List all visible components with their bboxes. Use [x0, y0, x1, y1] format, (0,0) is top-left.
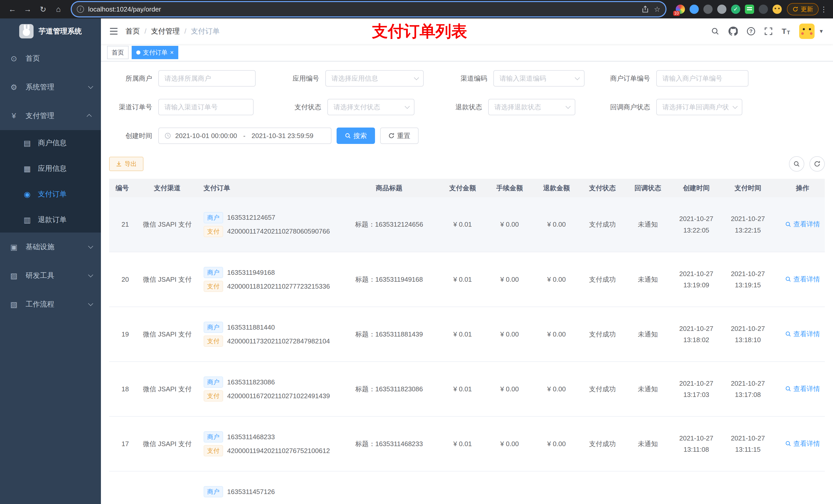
chevron-up-icon — [87, 114, 92, 119]
extension-icon-face[interactable] — [772, 5, 782, 14]
product-title-cell: 标题：1635311823086 — [339, 362, 439, 416]
fee-amount-cell: ¥ 0.00 — [486, 362, 533, 416]
channel-order-input[interactable]: 请输入渠道订单号 — [158, 99, 254, 115]
refresh-button[interactable] — [809, 156, 825, 172]
created-time-label: 创建时间 — [109, 131, 158, 140]
sidebar-item-app-info[interactable]: ▦ 应用信息 — [0, 156, 101, 181]
table-row: 17 微信 JSAPI 支付 商户1635311468233 支付4200001… — [109, 416, 825, 471]
date-start-value[interactable]: 2021-10-01 00:00:00 — [175, 132, 237, 140]
pay-amount-cell — [439, 471, 486, 504]
record-icon: ◉ — [23, 190, 32, 199]
reload-icon[interactable]: ↻ — [36, 2, 50, 16]
dashboard-icon: ⊙ — [9, 54, 19, 63]
back-icon[interactable]: ← — [5, 2, 20, 16]
tool-icon: ▨ — [9, 271, 19, 280]
home-icon[interactable]: ⌂ — [51, 2, 66, 16]
sidebar-item-workflow[interactable]: ▧ 工作流程 — [0, 290, 101, 318]
pay-status-select[interactable]: 请选择支付状态 — [327, 99, 414, 115]
share-icon[interactable] — [642, 6, 649, 13]
font-size-icon[interactable]: TT — [782, 27, 790, 35]
breadcrumb-home[interactable]: 首页 — [125, 26, 140, 36]
chevron-down-icon — [414, 75, 419, 80]
extension-icon-gray[interactable] — [717, 5, 727, 14]
caret-down-icon[interactable]: ▼ — [819, 28, 824, 34]
browser-update-button[interactable]: 更新 — [787, 3, 819, 15]
sidebar-item-payment[interactable]: ¥ 支付管理 — [0, 101, 101, 130]
fullscreen-icon[interactable] — [764, 27, 772, 35]
close-icon[interactable]: × — [170, 49, 174, 55]
channel-order-label: 渠道订单号 — [109, 103, 158, 112]
owner-input[interactable]: 请选择所属商户 — [158, 70, 256, 87]
sidebar-item-refund-order[interactable]: ▥ 退款订单 — [0, 207, 101, 233]
help-icon[interactable]: ? — [747, 27, 755, 35]
action-cell: 查看详情 — [774, 197, 825, 252]
pay-tag: 支付 — [204, 281, 223, 292]
search-button[interactable]: 搜索 — [337, 127, 375, 144]
export-button[interactable]: 导出 — [109, 157, 143, 171]
reset-button[interactable]: 重置 — [380, 127, 419, 144]
paid-time-cell: 2021-10-2713:11:15 — [722, 416, 774, 471]
hamburger-icon[interactable] — [109, 27, 118, 36]
tab-pay-order[interactable]: 支付订单 × — [132, 46, 178, 59]
view-detail-link[interactable]: 查看详情 — [785, 439, 820, 448]
view-detail-link[interactable]: 查看详情 — [785, 330, 820, 339]
browser-menu-icon[interactable]: ⋮ — [820, 2, 828, 16]
forward-icon[interactable]: → — [21, 2, 35, 16]
sidebar-item-devtools[interactable]: ▨ 研发工具 — [0, 261, 101, 290]
extension-icon-chat[interactable] — [745, 5, 754, 14]
app-no-select[interactable]: 请选择应用信息 — [325, 70, 424, 87]
merchant-order-input[interactable]: 请输入商户订单编号 — [656, 70, 748, 87]
bookmark-star-icon[interactable]: ☆ — [654, 5, 660, 14]
pay-amount-cell: ¥ 0.01 — [439, 197, 486, 252]
date-range-picker[interactable]: 2021-10-01 00:00:00 - 2021-10-31 23:59:5… — [158, 127, 331, 144]
channel-code-select[interactable]: 请输入渠道编码 — [493, 70, 585, 87]
extension-badge: 10 — [673, 11, 680, 16]
search-icon[interactable] — [711, 27, 719, 35]
table-row: 18 微信 JSAPI 支付 商户1635311823086 支付4200001… — [109, 362, 825, 416]
refund-status-select[interactable]: 请选择退款状态 — [488, 99, 575, 115]
tab-home[interactable]: 首页 — [107, 46, 128, 59]
view-detail-link[interactable]: 查看详情 — [785, 220, 820, 229]
created-time-cell: 2021-10-2713:22:05 — [671, 197, 722, 252]
table-row: 19 微信 JSAPI 支付 商户1635311881440 支付4200001… — [109, 307, 825, 362]
github-icon[interactable] — [729, 27, 738, 36]
app-logo[interactable]: 芋道管理系统 — [0, 19, 101, 44]
sidebar-item-merchant-info[interactable]: ▤ 商户信息 — [0, 130, 101, 156]
created-time-cell — [671, 471, 722, 504]
navbar-actions: ? TT ▼ — [711, 24, 833, 39]
paid-time-cell: 2021-10-2713:19:15 — [722, 252, 774, 307]
pay-status-cell — [580, 471, 625, 504]
address-bar[interactable]: i localhost:1024/pay/order ☆ — [72, 2, 665, 16]
toggle-search-button[interactable] — [789, 156, 804, 172]
date-end-value[interactable]: 2021-10-31 23:59:59 — [252, 132, 313, 140]
pay-channel-cell: 微信 JSAPI 支付 — [135, 307, 199, 362]
table-row: 商户1635311457126 支付 查看详情 — [109, 471, 825, 504]
chevron-down-icon — [88, 301, 93, 306]
notify-status-select[interactable]: 请选择订单回调商户状态 — [656, 99, 742, 115]
order-id-cell: 20 — [109, 252, 135, 307]
sidebar-item-home[interactable]: ⊙ 首页 — [0, 44, 101, 73]
refund-amount-cell — [533, 471, 580, 504]
sidebar-item-pay-order[interactable]: ◉ 支付订单 — [0, 181, 101, 207]
extension-icon-dark[interactable] — [704, 5, 713, 14]
extension-icon-colorwheel[interactable]: 10 — [676, 5, 685, 14]
breadcrumb-payment[interactable]: 支付管理 — [151, 26, 180, 36]
page-title-annotation: 支付订单列表 — [372, 22, 467, 41]
sidebar-item-infra[interactable]: ▣ 基础设施 — [0, 233, 101, 261]
user-avatar[interactable] — [799, 24, 814, 39]
url-text[interactable]: localhost:1024/pay/order — [88, 5, 637, 13]
pay-status-cell: 支付成功 — [580, 416, 625, 471]
site-info-icon[interactable]: i — [77, 6, 84, 13]
sidebar-item-system[interactable]: ⚙ 系统管理 — [0, 73, 101, 101]
view-detail-link[interactable]: 查看详情 — [785, 384, 820, 393]
extension-icon-blue[interactable] — [690, 5, 699, 14]
extension-icon-puzzle[interactable] — [759, 5, 768, 14]
action-cell: 查看详情 — [774, 362, 825, 416]
fee-amount-cell: ¥ 0.00 — [486, 197, 533, 252]
view-detail-link[interactable]: 查看详情 — [785, 275, 820, 284]
paid-time-cell: 2021-10-2713:22:15 — [722, 197, 774, 252]
pay-amount-cell: ¥ 0.01 — [439, 252, 486, 307]
extensions-area: 10 ✓ — [676, 5, 782, 14]
notify-status-cell: 未通知 — [625, 362, 670, 416]
extension-icon-check[interactable]: ✓ — [731, 5, 740, 14]
